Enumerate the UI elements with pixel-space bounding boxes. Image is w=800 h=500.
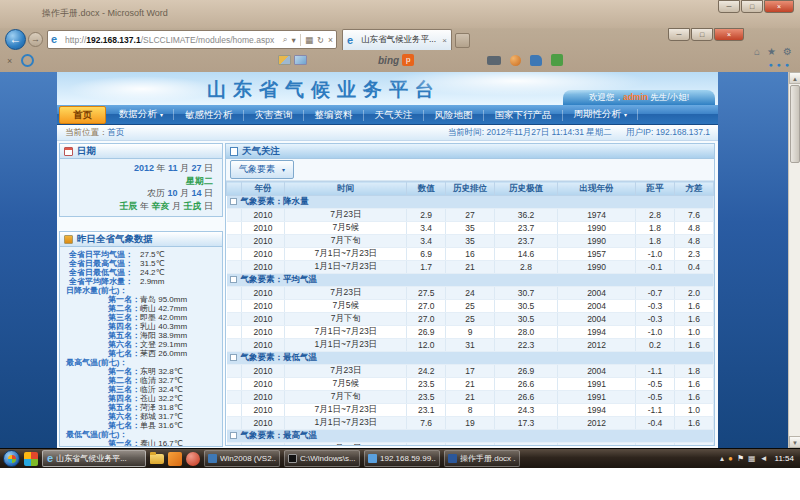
addon-blue-icon[interactable]: [530, 55, 542, 66]
scroll-up-icon[interactable]: ▲: [789, 72, 800, 84]
taskbar-clock[interactable]: 11:54: [775, 454, 794, 463]
taskbar-app-orange-icon[interactable]: [168, 452, 182, 466]
action-center-flag-icon[interactable]: ⚑: [737, 454, 744, 463]
tab-close-icon[interactable]: ×: [442, 36, 447, 45]
scroll-down-icon[interactable]: ▼: [789, 436, 800, 448]
taskbar-window-button-0[interactable]: Win2008 (VS2...: [204, 450, 280, 467]
taskbar-window-button-1[interactable]: C:\Windows\s...: [284, 450, 360, 467]
close-icon[interactable]: ×: [714, 28, 744, 41]
main-menu: 首页数据分析▾敏感性分析灾害查询整编资料天气关注风险地图国家下行产品周期性分析▾: [57, 105, 718, 125]
minimize-icon[interactable]: ─: [718, 0, 740, 13]
search-dropdown-icon[interactable]: ▾: [292, 35, 296, 45]
nav-item-8[interactable]: 周期性分析▾: [563, 105, 639, 124]
taskbar-app-red-icon[interactable]: [186, 452, 200, 466]
nav-item-6[interactable]: 风险地图: [424, 106, 484, 124]
thumbnail-icon[interactable]: [278, 55, 291, 65]
calendar-text: 年: [137, 201, 151, 211]
taskbar-window-button-2[interactable]: 192.168.59.99...: [364, 450, 440, 467]
table-data-row: 20107月5候23.52126.61991-0.51.6: [227, 378, 714, 391]
more-options-icon[interactable]: ● ● ●: [768, 61, 790, 68]
group-checkbox[interactable]: [230, 198, 237, 205]
camera-icon[interactable]: [487, 56, 501, 65]
nav-item-3[interactable]: 灾害查询: [244, 106, 304, 124]
screen: 操作手册.docx - Microsoft Word ─ □ × ← → e h…: [0, 0, 800, 500]
chevron-down-icon: ▾: [160, 112, 163, 118]
weather-section-label: 最高气温(前七)：: [62, 358, 220, 367]
nav-item-0[interactable]: 首页: [59, 106, 106, 124]
refresh-icon[interactable]: ↻: [317, 35, 324, 45]
weather-rank-row: 第六名：郯城 31.7℃: [62, 412, 220, 421]
close-icon[interactable]: ×: [764, 0, 794, 13]
page-scrollbar[interactable]: ▲ ▼: [788, 72, 800, 448]
nav-item-label: 首页: [73, 109, 92, 120]
weather-value: 27.5℃: [140, 250, 165, 259]
commandbar-thumbnails: [278, 55, 307, 65]
forward-button[interactable]: →: [28, 32, 43, 47]
cell: 7月1日~7月23日: [285, 326, 407, 339]
browser-tab[interactable]: e 山东省气候业务平... ×: [342, 29, 452, 50]
cell: 27.0: [407, 300, 446, 313]
maximize-icon[interactable]: □: [741, 0, 763, 13]
calendar-text: 星期二: [186, 176, 213, 186]
favorites-star-icon[interactable]: ★: [767, 46, 776, 57]
cell: 1957: [558, 248, 636, 261]
pinned-app-icon[interactable]: [24, 452, 38, 466]
cell: 7月5候: [285, 222, 407, 235]
cell: 21: [446, 391, 495, 404]
addon-green-icon[interactable]: [551, 54, 563, 66]
weather-panel-title: 昨日全省气象数据: [77, 233, 153, 246]
maximize-icon[interactable]: □: [691, 28, 713, 41]
back-button[interactable]: ←: [5, 29, 26, 50]
weather-value: 即墨 42.0mm: [140, 313, 187, 322]
home-icon[interactable]: ⌂: [754, 46, 760, 57]
weather-rank-row: 第四名：乳山 40.3mm: [62, 322, 220, 331]
ie-window-caption: ─ □ ×: [667, 28, 744, 41]
nav-item-7[interactable]: 国家下行产品: [484, 106, 563, 124]
compatibility-icon[interactable]: ▦: [305, 35, 313, 45]
cell: -1.1: [636, 365, 675, 378]
explorer-folder-icon[interactable]: [150, 454, 164, 464]
chevron-down-icon: ▾: [282, 166, 285, 173]
nav-item-5[interactable]: 天气关注: [364, 106, 424, 124]
speaker-icon[interactable]: ◄: [760, 454, 768, 463]
calendar-text: 2012: [134, 163, 154, 173]
cell: 27.5: [407, 287, 446, 300]
cell: -0.5: [636, 391, 675, 404]
address-bar[interactable]: e http://192.168.137.1/SLCCLIMATE/module…: [47, 30, 337, 49]
thumbnail-icon[interactable]: [294, 55, 307, 65]
network-icon[interactable]: ▦: [748, 454, 756, 463]
calendar-line: 2012 年 11 月 27 日: [60, 162, 213, 175]
nav-item-4[interactable]: 整编资料: [304, 106, 364, 124]
cell: 2.0: [675, 287, 714, 300]
group-checkbox[interactable]: [230, 432, 237, 439]
taskbar-window-button-3[interactable]: 操作手册.docx ..: [444, 450, 520, 467]
table-group-row: 气象要素：最高气温: [227, 430, 714, 443]
bing-logo[interactable]: bing p: [378, 54, 414, 66]
calendar-panel-header: 日期: [60, 144, 222, 159]
addon-orange-icon[interactable]: [510, 55, 521, 66]
nav-item-2[interactable]: 敏感性分析: [174, 106, 244, 124]
group-label: 气象要素：最高气温: [241, 430, 318, 440]
minimize-icon[interactable]: ─: [668, 28, 690, 41]
table-data-row: 20101月1日~7月23日12.03122.320120.21.6: [227, 339, 714, 352]
group-checkbox[interactable]: [230, 276, 237, 283]
blocker-icon[interactable]: [21, 54, 34, 67]
tray-expand-icon[interactable]: ▴: [720, 454, 724, 463]
commandbar-close-icon[interactable]: ×: [7, 56, 12, 66]
cell: 1990: [558, 222, 636, 235]
taskbar-ie-button[interactable]: e 山东省气候业务平...: [42, 450, 146, 467]
cell: -0.3: [636, 300, 675, 313]
group-checkbox[interactable]: [230, 354, 237, 361]
scrollbar-thumb[interactable]: [790, 85, 800, 163]
search-icon[interactable]: ⌕: [283, 34, 288, 45]
element-filter-button[interactable]: 气象要素 ▾: [230, 160, 294, 179]
new-tab-button[interactable]: [455, 33, 470, 48]
group-cell: 气象要素：最低气温: [227, 352, 714, 365]
start-button[interactable]: [3, 450, 20, 467]
stop-icon[interactable]: ×: [328, 35, 333, 45]
cell: 7月1日~7月23日: [285, 404, 407, 417]
tray-fox-icon[interactable]: ●: [728, 454, 733, 463]
tools-gear-icon[interactable]: ⚙: [783, 46, 792, 57]
table-data-row: 20107月5候27.02530.52004-0.31.6: [227, 300, 714, 313]
nav-item-1[interactable]: 数据分析▾: [108, 105, 174, 124]
